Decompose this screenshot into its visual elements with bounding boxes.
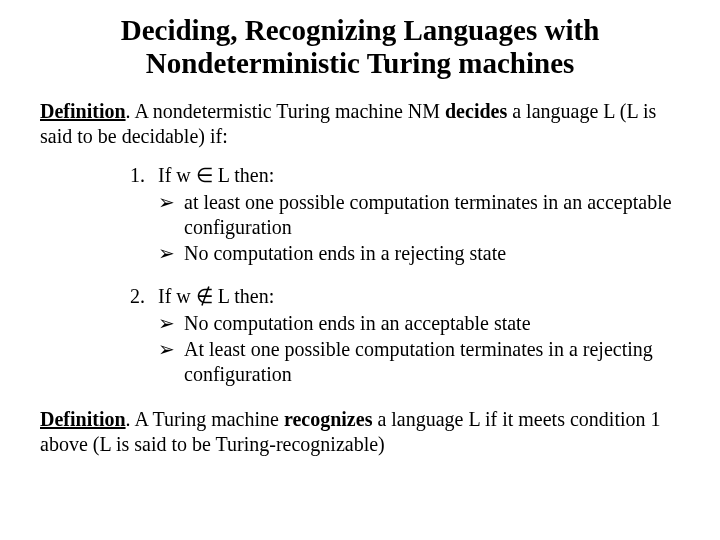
definition-text-a: . A nondetermistic Turing machine NM bbox=[126, 100, 445, 122]
element-of-icon: ∈ bbox=[196, 164, 213, 186]
slide: Deciding, Recognizing Languages with Non… bbox=[0, 0, 720, 491]
bullet-arrow-icon: ➢ bbox=[158, 337, 184, 387]
item-number: 2. bbox=[130, 284, 158, 309]
sub-item: ➢ at least one possible computation term… bbox=[158, 190, 680, 240]
sub-list: ➢ at least one possible computation term… bbox=[158, 190, 680, 266]
definition-decides: Definition. A nondetermistic Turing mach… bbox=[40, 99, 680, 149]
item-number: 1. bbox=[130, 163, 158, 188]
definition-text-a: . A Turing machine bbox=[126, 408, 284, 430]
sub-item: ➢ No computation ends in a rejecting sta… bbox=[158, 241, 680, 266]
definition-bold: recognizes bbox=[284, 408, 373, 430]
definition-label: Definition bbox=[40, 408, 126, 430]
list-item: 1. If w ∈ L then: ➢ at least one possibl… bbox=[130, 163, 680, 266]
item-condition: If w ∈ L then: bbox=[158, 163, 680, 188]
sub-text: At least one possible computation termin… bbox=[184, 337, 680, 387]
bullet-arrow-icon: ➢ bbox=[158, 241, 184, 266]
sub-list: ➢ No computation ends in an acceptable s… bbox=[158, 311, 680, 387]
sub-item: ➢ At least one possible computation term… bbox=[158, 337, 680, 387]
definition-recognizes: Definition. A Turing machine recognizes … bbox=[40, 407, 680, 457]
sub-text: No computation ends in a rejecting state bbox=[184, 241, 680, 266]
sub-text: at least one possible computation termin… bbox=[184, 190, 680, 240]
numbered-list: 1. If w ∈ L then: ➢ at least one possibl… bbox=[130, 163, 680, 387]
bullet-arrow-icon: ➢ bbox=[158, 190, 184, 240]
sub-text: No computation ends in an acceptable sta… bbox=[184, 311, 680, 336]
list-item: 2. If w ∉ L then: ➢ No computation ends … bbox=[130, 284, 680, 387]
not-element-of-icon: ∉ bbox=[196, 285, 213, 307]
bullet-arrow-icon: ➢ bbox=[158, 311, 184, 336]
definition-bold: decides bbox=[445, 100, 507, 122]
item-condition: If w ∉ L then: bbox=[158, 284, 680, 309]
slide-title: Deciding, Recognizing Languages with Non… bbox=[40, 14, 680, 81]
definition-label: Definition bbox=[40, 100, 126, 122]
sub-item: ➢ No computation ends in an acceptable s… bbox=[158, 311, 680, 336]
